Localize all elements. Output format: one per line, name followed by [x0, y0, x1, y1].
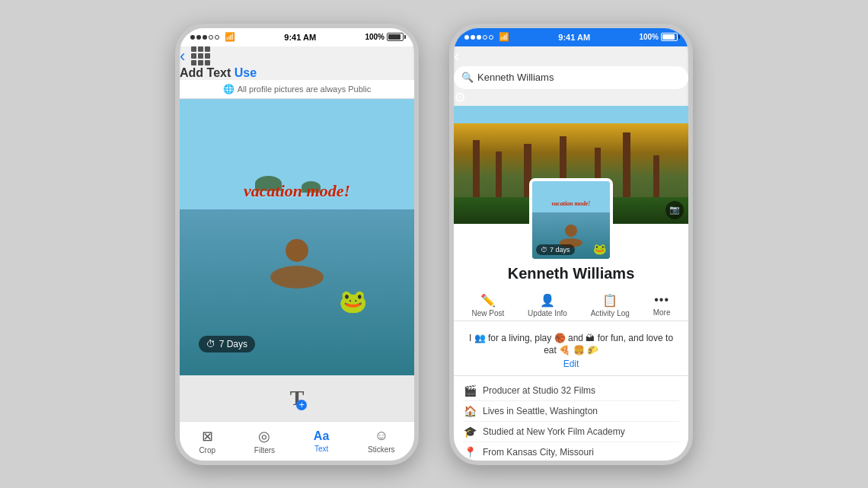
plus-icon: + — [296, 400, 307, 410]
profile-name: Kenneth Williams — [454, 265, 688, 282]
crop-icon: ⊠ — [202, 428, 213, 445]
nav-bar-2: ‹ 🔍 Kenneth Williams ⚙ — [454, 46, 688, 106]
text-icon: Aa — [314, 429, 329, 443]
battery-area-2: 100% — [639, 33, 678, 41]
cover-camera-button[interactable]: 📷 — [665, 201, 684, 219]
dot2-2 — [471, 35, 475, 40]
dot-4 — [209, 35, 213, 40]
dot2-5 — [489, 35, 493, 40]
info-text-hometown: From Kansas City, Missouri — [483, 447, 594, 458]
time-display-2: 9:41 AM — [558, 33, 590, 42]
days-text-profile: 7 days — [550, 246, 570, 254]
stickers-label: Stickers — [368, 445, 395, 454]
signal-dots-2 — [464, 35, 493, 40]
info-item-producer: 🎬 Producer at Studio 32 Films — [463, 381, 679, 401]
profile-picture: vacation mode! 🐸 ⏱ 7 days — [529, 178, 613, 262]
clock-icon-profile: ⏱ — [541, 246, 547, 254]
dot-1 — [190, 35, 195, 40]
public-notice: 🌐 All profile pictures are always Public — [180, 80, 414, 99]
grid-button[interactable] — [191, 46, 210, 65]
frog-sticker[interactable]: 🐸 — [339, 288, 367, 314]
stickers-button[interactable]: ☺ Stickers — [368, 428, 395, 454]
battery-area-1: 100% — [365, 33, 404, 41]
text-label: Text — [314, 445, 328, 453]
phone-1: 📶 9:41 AM 100% ‹ Add Text — [175, 24, 419, 465]
dot-2 — [196, 35, 201, 40]
more-icon: ••• — [654, 293, 669, 307]
film-icon: 🎬 — [463, 384, 477, 397]
stickers-icon: ☺ — [375, 428, 388, 444]
new-post-label: New Post — [471, 309, 504, 317]
back-button-2[interactable]: ‹ — [454, 46, 459, 65]
camera-icon: 📷 — [669, 205, 680, 215]
nav-bar-1: ‹ Add Text Use — [180, 46, 414, 80]
profile-actions: ✏️ New Post 👤 Update Info 📋 Activity Log… — [454, 290, 688, 321]
battery-percent-2: 100% — [639, 33, 659, 41]
activity-log-label: Activity Log — [591, 309, 630, 317]
update-info-label: Update Info — [528, 309, 567, 317]
days-badge-profile: ⏱ 7 days — [536, 244, 575, 255]
dot2-3 — [477, 35, 481, 40]
search-bar[interactable]: 🔍 Kenneth Williams — [454, 66, 688, 89]
filters-icon: ◎ — [258, 428, 270, 445]
text-add-area[interactable]: T + — [180, 375, 414, 421]
info-item-location: 🏠 Lives in Seattle, Washington — [463, 401, 679, 422]
add-text-button[interactable]: T + — [290, 386, 305, 410]
activity-log-button[interactable]: 📋 Activity Log — [591, 293, 630, 317]
info-item-education: 🎓 Studied at New York Film Academy — [463, 422, 679, 442]
info-item-hometown: 📍 From Kansas City, Missouri — [463, 442, 679, 460]
vacation-text-overlay: vacation mode! — [244, 181, 350, 201]
battery-icon-1 — [387, 33, 404, 41]
graduation-icon: 🎓 — [463, 426, 477, 438]
wifi-icon: 📶 — [225, 32, 235, 42]
signal-area: 📶 — [190, 32, 235, 42]
battery-fill-2 — [662, 34, 675, 40]
public-notice-text: All profile pictures are always Public — [238, 85, 371, 94]
wifi-icon-2: 📶 — [499, 32, 509, 42]
crop-button[interactable]: ⊠ Crop — [199, 428, 215, 455]
filters-label: Filters — [254, 446, 275, 455]
dot-3 — [203, 35, 207, 40]
gear-button[interactable]: ⚙ — [454, 90, 466, 105]
profile-picture-container: vacation mode! 🐸 ⏱ 7 days — [529, 178, 613, 262]
more-label: More — [653, 308, 671, 317]
update-info-icon: 👤 — [540, 293, 555, 308]
time-display-1: 9:41 AM — [284, 33, 316, 42]
days-text-1: 7 Days — [219, 339, 247, 349]
signal-area-2: 📶 — [464, 32, 509, 42]
battery-icon-2 — [661, 33, 678, 41]
dot-5 — [215, 35, 219, 40]
home-icon: 🏠 — [463, 405, 477, 417]
search-text: Kenneth Williams — [477, 72, 554, 83]
crop-label: Crop — [199, 446, 215, 455]
update-info-button[interactable]: 👤 Update Info — [528, 293, 567, 317]
battery-percent-1: 100% — [365, 33, 385, 41]
signal-dots — [190, 35, 219, 40]
info-text-education: Studied at New York Film Academy — [483, 426, 625, 437]
bio-section: I 👥 for a living, play 🏀 and 🏔 for fun, … — [454, 326, 688, 377]
status-bar-1: 📶 9:41 AM 100% — [180, 28, 414, 46]
clock-icon-1: ⏱ — [206, 339, 215, 349]
days-badge-1: ⏱ 7 Days — [199, 336, 255, 352]
info-list: 🎬 Producer at Studio 32 Films 🏠 Lives in… — [454, 376, 688, 460]
bio-edit-button[interactable]: Edit — [466, 359, 676, 369]
filters-button[interactable]: ◎ Filters — [254, 428, 275, 455]
person-body — [270, 266, 324, 289]
battery-fill-1 — [388, 34, 400, 40]
new-post-button[interactable]: ✏️ New Post — [471, 293, 504, 317]
phone-2: 📶 9:41 AM 100% ‹ 🔍 Kenneth Williams ⚙ — [449, 24, 693, 465]
use-button[interactable]: Use — [235, 66, 257, 79]
text-button[interactable]: Aa Text — [314, 429, 329, 453]
photo-area: vacation mode! 🐸 ⏱ 7 Days — [180, 99, 414, 375]
more-button[interactable]: ••• More — [653, 293, 671, 317]
pin-icon: 📍 — [463, 446, 477, 458]
search-icon: 🔍 — [461, 72, 474, 83]
info-text-producer: Producer at Studio 32 Films — [483, 385, 595, 396]
back-button-1[interactable]: ‹ — [180, 46, 185, 66]
person-photo — [266, 239, 327, 292]
person-head — [286, 239, 308, 262]
profile-cover: 📷 vacation mode! 🐸 ⏱ 7 days — [454, 106, 688, 224]
photo-background: vacation mode! 🐸 ⏱ 7 Days — [180, 99, 414, 375]
info-text-location: Lives in Seattle, Washington — [483, 406, 598, 416]
bio-text: I 👥 for a living, play 🏀 and 🏔 for fun, … — [466, 332, 676, 358]
